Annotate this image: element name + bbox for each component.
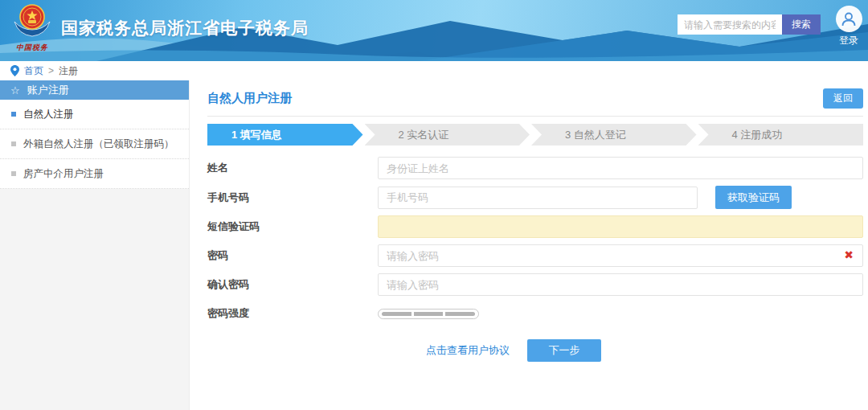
sidebar-item-real-estate-agent-register[interactable]: 房产中介用户注册 [0,159,189,189]
sidebar: ☆ 账户注册 自然人注册 外籍自然人注册（已领取注册码） 房产中介用户注册 [0,80,190,410]
main-content: 自然人用户注册 返回 1 填写信息 2 实名认证 3 自然人登记 4 注册成功 … [190,80,868,410]
password-strength-segment [445,312,475,316]
site-title: 国家税务总局浙江省电子税务局 [61,17,309,39]
sms-code-label: 短信验证码 [207,219,378,234]
bullet-icon [11,171,16,176]
phone-input[interactable] [378,187,698,209]
name-label: 姓名 [207,161,378,175]
step-3-natural-person-registration: 3 自然人登记 [531,124,697,146]
password-label: 密码 [207,248,378,263]
tax-emblem-icon [13,3,51,40]
form-actions: 点击查看用户协议 下一步 [426,339,863,362]
breadcrumb-current: 注册 [59,64,78,78]
next-step-button[interactable]: 下一步 [527,339,601,362]
location-pin-icon [10,65,19,76]
step-indicator: 1 填写信息 2 实名认证 3 自然人登记 4 注册成功 [207,124,863,146]
header: 中国税务 国家税务总局浙江省电子税务局 搜索 登录 [0,0,868,61]
breadcrumb-separator: > [48,65,54,76]
sidebar-item-label: 外籍自然人注册（已领取注册码） [23,137,174,151]
bullet-icon [11,141,16,146]
password-strength-meter [378,309,479,319]
form-row-password: 密码 ✖ [207,244,863,267]
user-icon [840,10,858,28]
login-widget[interactable]: 登录 [834,6,863,47]
sidebar-menu: 自然人注册 外籍自然人注册（已领取注册码） 房产中介用户注册 [0,100,189,189]
get-verification-code-button[interactable]: 获取验证码 [715,186,792,209]
sidebar-item-natural-person-register[interactable]: 自然人注册 [0,100,189,129]
main-header: 自然人用户注册 返回 [207,88,863,117]
search-box: 搜索 [678,14,821,35]
registration-form: 姓名 手机号码 获取验证码 短信验证码 [207,157,863,362]
password-input[interactable] [378,244,863,267]
sms-code-input[interactable] [378,215,863,238]
error-icon: ✖ [844,249,854,260]
form-row-confirm-password: 确认密码 [207,273,863,296]
breadcrumb: 首页 > 注册 [0,61,868,80]
breadcrumb-home-link[interactable]: 首页 [24,64,43,78]
user-avatar[interactable] [836,6,862,32]
sidebar-header-label: 账户注册 [27,83,69,97]
confirm-password-input[interactable] [378,273,863,296]
page: 中国税务 国家税务总局浙江省电子税务局 搜索 登录 首页 > 注册 [0,0,868,410]
form-row-phone: 手机号码 获取验证码 [207,186,863,209]
logo-caption: 中国税务 [11,43,53,53]
step-2-identity-verification: 2 实名认证 [365,124,530,146]
login-label[interactable]: 登录 [834,34,863,47]
back-button[interactable]: 返回 [823,88,863,109]
password-strength-segment [414,312,444,316]
user-agreement-link[interactable]: 点击查看用户协议 [426,343,510,358]
name-input[interactable] [378,157,863,179]
confirm-password-label: 确认密码 [207,277,378,292]
phone-label: 手机号码 [207,191,378,205]
password-strength-label: 密码强度 [207,306,378,321]
form-row-sms-code: 短信验证码 [207,215,863,238]
search-input[interactable] [678,14,782,35]
form-row-password-strength: 密码强度 [207,302,863,325]
sidebar-item-label: 自然人注册 [23,108,74,121]
step-1-fill-info: 1 填写信息 [207,124,363,146]
step-4-registration-success: 4 注册成功 [698,124,864,146]
logo: 中国税务 [11,3,53,53]
bullet-icon [11,112,16,117]
sidebar-item-label: 房产中介用户注册 [23,167,104,181]
page-title: 自然人用户注册 [207,91,292,106]
star-icon: ☆ [10,85,20,96]
sidebar-item-foreign-natural-person-register[interactable]: 外籍自然人注册（已领取注册码） [0,129,189,159]
form-row-name: 姓名 [207,157,863,179]
sidebar-header-account-register[interactable]: ☆ 账户注册 [0,80,189,100]
password-strength-segment [382,312,411,316]
search-button[interactable]: 搜索 [782,14,821,35]
